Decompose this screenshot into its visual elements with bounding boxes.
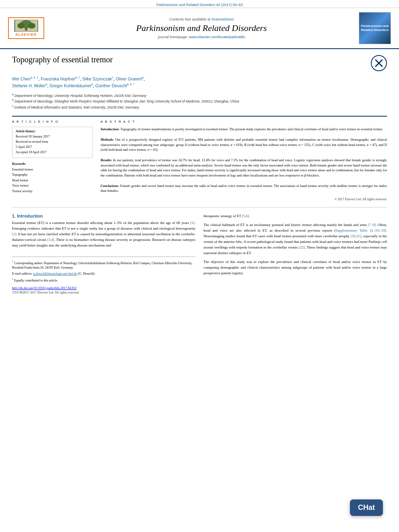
- supplementary-table-link[interactable]: Supplementary Table 1: [335, 228, 371, 232]
- svg-rect-2: [25, 27, 27, 31]
- abstract-intro-label: Introduction:: [101, 127, 119, 131]
- journal-thumbnail: Parkinsonism and Related Disorders: [359, 12, 391, 44]
- page: Parkinsonism and Related Disorders 40 (2…: [0, 0, 399, 532]
- abstract-results-label: Results:: [101, 158, 112, 162]
- body-content: 1. Introduction Essential tremor (ET) is…: [12, 214, 387, 294]
- issn-line: 1353-8020/© 2017 Elsevier Ltd. All right…: [12, 291, 195, 294]
- email-link[interactable]: g.deuschl@neurologie.uni-kiel.de: [33, 272, 77, 275]
- intro-para-2: therapeutic strategy of ET [5,6].: [204, 214, 387, 219]
- sciencedirect-link[interactable]: ScienceDirect: [212, 17, 234, 21]
- article-info: A R T I C L E I N F O Article history: R…: [12, 120, 93, 201]
- abstract-header: A B S T R A C T: [101, 120, 387, 123]
- author-wei-chen[interactable]: Wei Chen: [12, 76, 31, 81]
- journal-citation-link[interactable]: Parkinsonism and Related Disorders 40 (2…: [156, 3, 243, 7]
- contents-line: Contents lists available at ScienceDirec…: [52, 17, 351, 21]
- body-left: 1. Introduction Essential tremor (ET) is…: [12, 214, 195, 294]
- abstract-conclusions-text: Female gender and severe hand tremor may…: [101, 184, 387, 193]
- divider-1: [12, 116, 387, 117]
- intro-para-1: Essential tremor (ET) is a common tremor…: [12, 220, 195, 249]
- author-silke-szymczak[interactable]: Silke Szymczak: [82, 76, 112, 81]
- affiliations: a Department of Neurology, University Ho…: [12, 92, 387, 110]
- article-history-items: Received 18 January 2017 Received in rev…: [16, 134, 89, 155]
- intro-para-4: The objective of this study was to explo…: [204, 259, 387, 276]
- author-franziska-hopfner[interactable]: Franziska Hopfner: [41, 76, 75, 81]
- svg-point-4: [28, 23, 35, 29]
- abstract-intro-text: Topography of tremor manifestations is p…: [120, 127, 383, 131]
- elsevier-logo: ELSEVIER: [8, 17, 44, 39]
- article-title-section: Topography of essential tremor: [12, 55, 387, 71]
- elsevier-label: ELSEVIER: [16, 33, 37, 37]
- top-bar: Parkinsonism and Related Disorders 40 (2…: [0, 0, 399, 8]
- article-title: Topography of essential tremor: [12, 55, 363, 64]
- author-gunther-deuschl[interactable]: Günther Deuschl: [95, 83, 127, 88]
- doi-link[interactable]: http://dx.doi.org/10.1016/j.parkreldis.2…: [12, 286, 77, 290]
- journal-center: Contents lists available at ScienceDirec…: [44, 17, 359, 39]
- section-number: 1. Introduction: [12, 214, 195, 218]
- article-history-box: Article history: Received 18 January 201…: [12, 127, 93, 158]
- footnote-corresponding: * Corresponding author. Department of Ne…: [12, 260, 195, 271]
- article-info-header: A R T I C L E I N F O: [12, 120, 93, 123]
- journal-homepage: journal homepage: www.elsevier.com/locat…: [52, 35, 351, 39]
- author-gregor-kuhlenbäumer[interactable]: Gregor Kuhlenbäumer: [49, 83, 91, 88]
- crossmark-icon[interactable]: [371, 55, 387, 71]
- doi-line: http://dx.doi.org/10.1016/j.parkreldis.2…: [12, 286, 195, 290]
- keywords-label: Keywords:: [12, 162, 93, 166]
- abstract-section: A B S T R A C T Introduction: Topography…: [101, 120, 387, 201]
- journal-homepage-link[interactable]: www.elsevier.com/locate/parkreldis: [189, 35, 245, 39]
- article-history-label: Article history:: [16, 129, 89, 133]
- authors: Wei Chena, b, 1, Franziska Hopfnera, 1, …: [12, 75, 387, 89]
- body-two-col: 1. Introduction Essential tremor (ET) is…: [12, 214, 387, 294]
- author-stefanie-muller[interactable]: Stefanie H. Müller: [12, 83, 45, 88]
- divider-2: [12, 207, 387, 207]
- footnotes-section: * Corresponding author. Department of Ne…: [12, 257, 195, 283]
- article-info-abstract: A R T I C L E I N F O Article history: R…: [12, 120, 387, 201]
- abstract-methods-text: Out of a prospectively designed registry…: [101, 138, 387, 152]
- copyright-line: © 2017 Elsevier Ltd. All rights reserved…: [101, 197, 387, 201]
- abstract-results-text: In our patients, total prevalence of tre…: [101, 158, 387, 177]
- svg-point-3: [17, 23, 25, 29]
- body-right: therapeutic strategy of ET [5,6]. The cl…: [204, 214, 387, 294]
- abstract-conclusions-label: Conclusions:: [101, 184, 119, 188]
- abstract-text: Introduction: Topography of tremor manif…: [101, 127, 387, 193]
- journal-title: Parkinsonism and Related Disorders: [52, 23, 351, 33]
- chat-button[interactable]: CHat: [350, 499, 383, 516]
- author-oliver-granert[interactable]: Oliver Granert: [115, 76, 142, 81]
- main-content: Topography of essential tremor Wei Chena…: [0, 49, 399, 300]
- footnote-email: E-mail address: g.deuschl@neurologie.uni…: [12, 271, 195, 276]
- abstract-methods-label: Methods:: [101, 138, 114, 142]
- keywords-list: Essential tremor Topography Head tremor …: [12, 167, 93, 194]
- footnote-1: 1 Equally contributed to this article.: [12, 277, 195, 283]
- journal-header: ELSEVIER Contents lists available at Sci…: [0, 8, 399, 49]
- intro-para-3: The clinical hallmark of ET is an involu…: [204, 222, 387, 256]
